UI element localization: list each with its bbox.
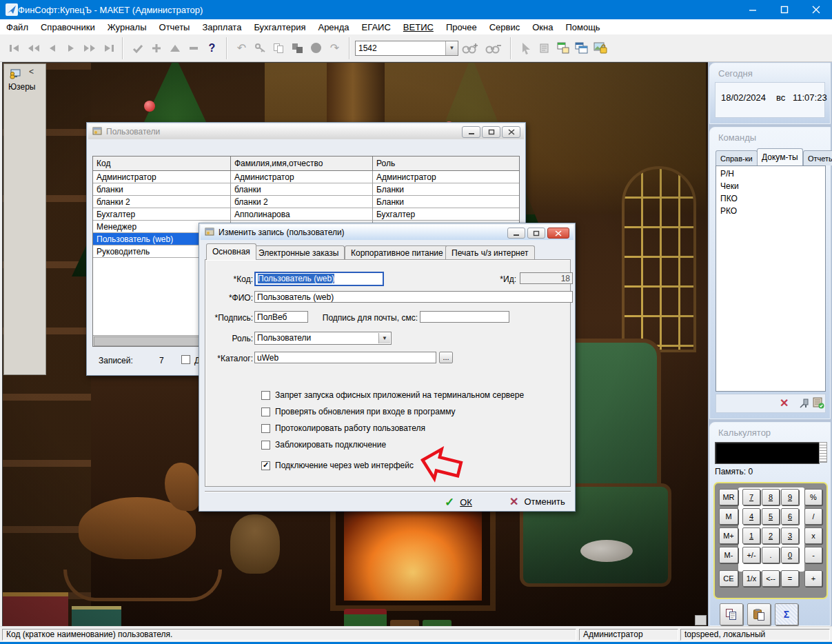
notebook-check-icon[interactable] [813,397,824,411]
cursor-flash-icon[interactable] [516,39,535,57]
menu-item-vetis[interactable]: ВЕТИС [397,22,440,32]
last-record-button[interactable] [99,39,117,57]
new-window-icon[interactable] [554,39,572,57]
table-row[interactable]: Бухгалтер Апполинарова Бухгалтер [93,208,519,221]
dialog-minimize-button[interactable] [507,228,525,239]
calc-paste-button[interactable] [747,603,771,625]
record-circle-icon[interactable] [307,39,325,57]
tab-documents[interactable]: Докум-ты [757,148,803,165]
delete-command-icon[interactable]: ✕ [780,396,789,410]
menu-item-windows[interactable]: Окна [526,22,559,32]
chevron-down-icon[interactable]: ▼ [378,333,390,343]
column-header-role[interactable]: Роль [373,157,519,171]
maximize-button[interactable] [769,0,800,19]
close-button[interactable] [800,0,832,19]
tab-corporate-meals[interactable]: Корпоративное питание [345,245,449,260]
table-row[interactable]: Администратор Администратор Администрато… [93,171,519,183]
copy-icon[interactable] [270,39,288,57]
cell-role[interactable]: Бланки [373,196,519,208]
record-number-input[interactable] [356,41,445,55]
cell-fio[interactable]: бланки [231,183,373,196]
menu-item-payroll[interactable]: Зарплата [196,22,247,32]
calc-button-8[interactable]: 8 [762,489,780,505]
checkbox-check-updates[interactable] [261,407,270,416]
calc-button-plus[interactable]: + [804,570,822,587]
calc-button-7[interactable]: 7 [742,489,760,505]
calc-button-m-minus[interactable]: M- [719,547,738,563]
image-lock-icon[interactable] [591,39,609,57]
menu-item-help[interactable]: Помощь [559,22,606,32]
calc-button-equals[interactable]: = [781,570,799,587]
calc-button-backspace[interactable]: <-- [762,570,780,587]
calc-sum-button[interactable]: Σ [775,603,798,625]
table-row[interactable]: бланки бланки Бланки [93,183,519,196]
calc-button-5[interactable]: 5 [762,508,780,525]
menu-item-file[interactable]: Файл [0,22,34,32]
cell-fio[interactable]: Апполинарова [231,208,373,221]
minimize-button[interactable] [737,0,769,19]
calc-button-4[interactable]: 4 [742,508,760,525]
menu-item-egais[interactable]: ЕГАИС [356,22,397,32]
list-item[interactable]: ПКО [716,192,825,205]
tab-main[interactable]: Основная [206,243,256,260]
display-spinner[interactable] [819,442,827,463]
cell-fio[interactable]: Администратор [231,171,373,183]
list-item[interactable]: Чеки [716,180,825,192]
checkbox-block-connection[interactable] [261,441,270,450]
tab-web-print[interactable]: Печать ч/з интернет [445,245,535,260]
help-button[interactable]: ? [203,39,221,57]
find-prev-icon[interactable] [482,39,505,57]
users-window-titlebar[interactable]: Пользователи [88,124,524,139]
menu-item-accounting[interactable]: Бухгалтерия [247,22,312,32]
find-next-icon[interactable] [458,39,482,57]
role-combobox[interactable]: Пользователи ▼ [254,332,392,345]
users-maximize-button[interactable] [482,126,500,138]
tab-electronic-orders[interactable]: Электронные заказы [252,245,345,260]
move-records-icon[interactable] [288,39,307,57]
tab-references[interactable]: Справ-ки [716,150,758,165]
ok-button[interactable]: ✓ ОК [445,495,472,510]
prev-record-button[interactable] [43,39,61,57]
checkbox-office-apps[interactable] [261,391,270,400]
calc-button-0[interactable]: 0 [781,547,799,563]
cell-code[interactable]: бланки [93,183,231,196]
calc-button-mr[interactable]: MR [719,489,738,505]
next-record-button[interactable] [61,39,80,57]
cell-role[interactable]: Администратор [373,171,519,183]
calc-button-plusminus[interactable]: +/- [742,547,760,563]
code-input[interactable]: Пользователь (web) [254,272,384,286]
document-action-icon[interactable] [535,39,554,57]
calc-button-divide[interactable]: / [804,508,822,525]
browse-button[interactable]: ... [439,352,453,363]
column-header-code[interactable]: Код [93,157,231,171]
checkbox-web-interface[interactable] [261,461,270,470]
delete-record-button[interactable] [184,39,203,57]
users-panel-label[interactable]: Юзеры [8,82,35,92]
calc-copy-button[interactable] [720,603,743,625]
cell-fio[interactable]: бланки 2 [231,196,373,208]
active-only-checkbox[interactable] [181,355,190,364]
dialog-close-button[interactable] [547,228,569,239]
collapse-panel-button[interactable]: < [29,67,34,77]
calc-button-9[interactable]: 9 [781,489,799,505]
sign-input[interactable]: ПолВеб [254,311,308,323]
catalog-input[interactable]: uWeb [254,352,436,363]
first-record-button[interactable] [6,39,24,57]
key-icon[interactable] [251,39,270,57]
list-item[interactable]: РКО [716,205,825,217]
checkbox-log-activity[interactable] [261,424,270,433]
tab-reports[interactable]: Отчеты [803,150,832,165]
calc-button-ce[interactable]: CE [719,570,738,587]
cell-code[interactable]: Бухгалтер [93,208,231,221]
mail-sign-input[interactable] [420,311,509,323]
table-row[interactable]: бланки 2 бланки 2 Бланки [93,196,519,208]
calc-button-3[interactable]: 3 [781,527,799,544]
users-minimize-button[interactable] [462,126,480,138]
add-record-button[interactable] [147,39,165,57]
calc-button-reciprocal[interactable]: 1/x [742,570,760,587]
cell-code[interactable]: бланки 2 [93,196,231,208]
calc-button-minus[interactable]: - [804,547,822,563]
menu-item-service[interactable]: Сервис [483,22,527,32]
fast-forward-button[interactable] [80,39,99,57]
cascade-windows-icon[interactable] [572,39,591,57]
